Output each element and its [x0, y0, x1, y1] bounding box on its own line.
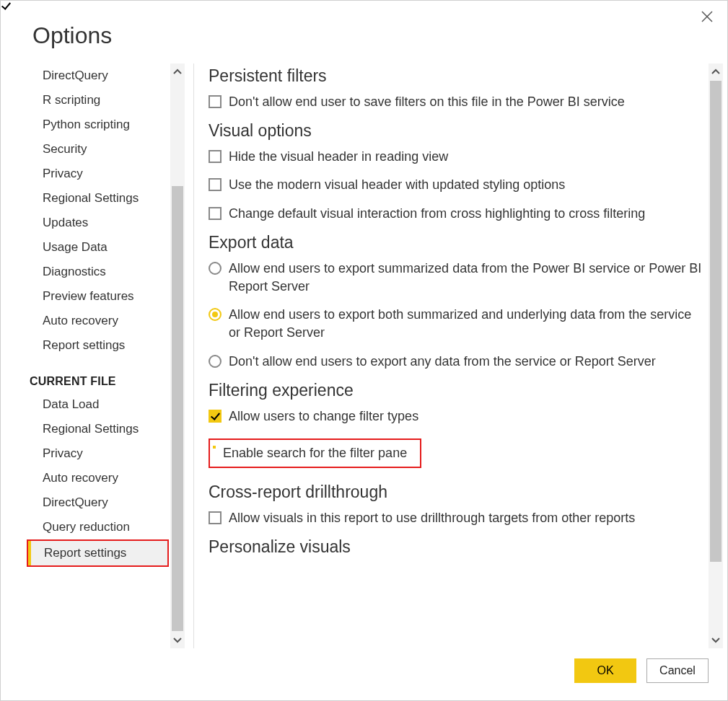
sidebar-item-auto-recovery[interactable]: Auto recovery [27, 309, 169, 333]
sidebar-item-python-scripting[interactable]: Python scripting [27, 113, 169, 137]
sidebar-item-cf-directquery[interactable]: DirectQuery [27, 490, 169, 515]
sidebar-item-updates[interactable]: Updates [27, 211, 169, 235]
sidebar-item-cf-privacy[interactable]: Privacy [27, 441, 169, 466]
vertical-divider [193, 63, 194, 648]
label-export-summarized: Allow end users to export summarized dat… [229, 260, 703, 296]
option-export-summarized: Allow end users to export summarized dat… [209, 260, 703, 296]
dialog-title: Options [1, 1, 727, 63]
content-scrollbar[interactable] [709, 63, 723, 648]
chevron-down-icon[interactable] [170, 631, 185, 648]
radio-export-summarized[interactable] [209, 262, 222, 275]
option-cross-report-drillthrough: Allow visuals in this report to use dril… [209, 509, 703, 527]
chevron-down-icon[interactable] [709, 631, 723, 648]
sidebar-item-regional-settings[interactable]: Regional Settings [27, 186, 169, 211]
sidebar-item-cf-query-reduction[interactable]: Query reduction [27, 515, 169, 539]
options-dialog: Options DirectQuery R scripting Python s… [0, 0, 728, 701]
label-enable-search-filter-pane: Enable search for the filter pane [223, 446, 407, 461]
checkbox-modern-header[interactable] [209, 178, 222, 191]
label-persistent-disallow: Don't allow end user to save filters on … [229, 93, 703, 111]
checkbox-enable-search-filter-pane[interactable] [213, 446, 216, 449]
highlight-report-settings: Report settings [27, 539, 169, 567]
section-export-data: Export data [209, 233, 703, 252]
label-modern-header: Use the modern visual header with update… [229, 176, 703, 194]
label-cross-report-drillthrough: Allow visuals in this report to use dril… [229, 509, 703, 527]
section-cross-report-drillthrough: Cross-report drillthrough [209, 482, 703, 502]
option-export-both: Allow end users to export both summarize… [209, 306, 703, 342]
sidebar: DirectQuery R scripting Python scripting… [22, 63, 169, 648]
sidebar-item-cf-data-load[interactable]: Data Load [27, 392, 169, 417]
chevron-up-icon[interactable] [709, 63, 723, 81]
label-export-none: Don't allow end users to export any data… [229, 353, 703, 371]
option-hide-visual-header: Hide the visual header in reading view [209, 148, 703, 166]
checkbox-cross-filtering[interactable] [209, 207, 222, 220]
label-hide-visual-header: Hide the visual header in reading view [229, 148, 703, 166]
dialog-footer: OK Cancel [1, 648, 727, 700]
content-scroll-thumb[interactable] [710, 81, 722, 562]
sidebar-item-usage-data[interactable]: Usage Data [27, 235, 169, 260]
sidebar-scrollbar[interactable] [170, 63, 185, 648]
dialog-body: DirectQuery R scripting Python scripting… [1, 63, 727, 648]
checkbox-cross-report-drillthrough[interactable] [209, 511, 222, 524]
sidebar-item-cf-report-settings[interactable]: Report settings [28, 541, 167, 565]
sidebar-scroll-thumb[interactable] [172, 186, 183, 631]
sidebar-item-security[interactable]: Security [27, 137, 169, 162]
checkbox-persistent-disallow[interactable] [209, 95, 222, 108]
sidebar-item-r-scripting[interactable]: R scripting [27, 88, 169, 113]
chevron-up-icon[interactable] [170, 63, 185, 81]
close-icon[interactable] [701, 11, 716, 25]
sidebar-item-privacy[interactable]: Privacy [27, 162, 169, 186]
radio-export-none[interactable] [209, 355, 222, 368]
section-filtering-experience: Filtering experience [209, 381, 703, 400]
option-allow-change-filter-types: Allow users to change filter types [209, 407, 703, 426]
checkbox-hide-visual-header[interactable] [209, 150, 222, 163]
highlight-enable-search-filter-pane: Enable search for the filter pane [209, 438, 421, 468]
section-visual-options: Visual options [209, 121, 703, 141]
sidebar-item-preview-features[interactable]: Preview features [27, 284, 169, 309]
sidebar-item-cf-auto-recovery[interactable]: Auto recovery [27, 466, 169, 490]
sidebar-section-current-file: CURRENT FILE [27, 358, 169, 392]
sidebar-item-diagnostics[interactable]: Diagnostics [27, 260, 169, 284]
ok-button[interactable]: OK [574, 658, 636, 683]
section-personalize-visuals: Personalize visuals [209, 537, 703, 557]
sidebar-item-directquery[interactable]: DirectQuery [27, 63, 169, 88]
checkbox-allow-change-filter-types[interactable] [209, 410, 222, 423]
section-persistent-filters: Persistent filters [209, 66, 703, 86]
content: Persistent filters Don't allow end user … [201, 63, 709, 648]
label-export-both: Allow end users to export both summarize… [229, 306, 703, 342]
sidebar-item-report-settings[interactable]: Report settings [27, 333, 169, 358]
cancel-button[interactable]: Cancel [646, 658, 709, 683]
option-export-none: Don't allow end users to export any data… [209, 353, 703, 371]
option-persistent-disallow: Don't allow end user to save filters on … [209, 93, 703, 111]
sidebar-panel: DirectQuery R scripting Python scripting… [22, 63, 185, 648]
option-modern-header: Use the modern visual header with update… [209, 176, 703, 194]
content-panel: Persistent filters Don't allow end user … [201, 63, 723, 648]
label-cross-filtering: Change default visual interaction from c… [229, 205, 703, 223]
option-cross-filtering: Change default visual interaction from c… [209, 205, 703, 223]
radio-export-both[interactable] [209, 308, 222, 321]
sidebar-item-cf-regional-settings[interactable]: Regional Settings [27, 417, 169, 441]
label-allow-change-filter-types: Allow users to change filter types [229, 407, 703, 426]
